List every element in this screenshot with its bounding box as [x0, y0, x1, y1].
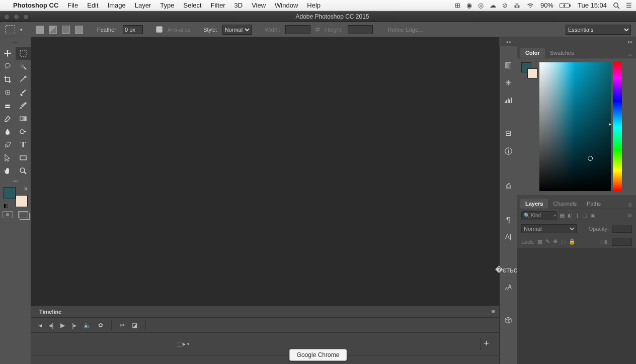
color-tab[interactable]: Color: [520, 48, 545, 58]
menu-filter[interactable]: Filter: [211, 2, 225, 9]
timeline-menu-icon[interactable]: ≡: [491, 308, 495, 315]
selection-new-icon[interactable]: [36, 26, 44, 34]
timeline-add-track-icon[interactable]: +: [480, 338, 492, 350]
paths-tab[interactable]: Paths: [582, 199, 606, 209]
menu-type[interactable]: Type: [160, 2, 174, 9]
timeline-settings-icon[interactable]: ✿: [98, 322, 103, 329]
menubar-clock[interactable]: Tue 15:04: [578, 2, 607, 9]
bluetooth-icon[interactable]: ⁂: [514, 2, 520, 9]
pen-tool[interactable]: [0, 138, 16, 151]
character-icon[interactable]: A|: [505, 233, 511, 240]
filter-shape-icon[interactable]: ▢: [582, 212, 587, 219]
color-field[interactable]: [539, 62, 611, 191]
path-select-tool[interactable]: [0, 151, 16, 164]
properties-icon[interactable]: ⊟: [505, 129, 512, 138]
hand-tool[interactable]: [0, 164, 16, 177]
timeline-fps-button[interactable]: ⬚▸▾: [177, 340, 189, 347]
filter-type-icon[interactable]: T: [576, 213, 579, 219]
menu-select[interactable]: Select: [183, 2, 201, 9]
marquee-tool[interactable]: [16, 47, 31, 60]
color-panel-menu-icon[interactable]: ≡: [628, 50, 636, 58]
menu-layer[interactable]: Layer: [135, 2, 151, 9]
clock-icon[interactable]: ⊘: [502, 2, 508, 9]
channels-tab[interactable]: Channels: [548, 199, 581, 209]
type-tool[interactable]: T: [16, 138, 31, 151]
filter-adjust-icon[interactable]: ◐: [568, 212, 573, 219]
layers-panel-menu-icon[interactable]: ≡: [628, 201, 636, 209]
menu-help[interactable]: Help: [307, 2, 321, 9]
filter-pixel-icon[interactable]: ▦: [560, 212, 565, 219]
minimize-button[interactable]: [14, 14, 19, 20]
info-icon[interactable]: ⓘ: [505, 147, 512, 156]
blend-mode-select[interactable]: Normal: [521, 224, 577, 233]
eyedropper-tool[interactable]: [16, 73, 31, 86]
paragraph-icon[interactable]: ¶: [506, 215, 510, 224]
tool-preset-dropdown-icon[interactable]: ▾: [20, 27, 23, 32]
menu-file[interactable]: File: [67, 2, 78, 9]
filter-toggle-icon[interactable]: ⊘: [627, 212, 632, 219]
notification-center-icon[interactable]: ☰: [626, 2, 632, 9]
eraser-tool[interactable]: [0, 112, 16, 125]
swap-colors-icon[interactable]: ⤭: [24, 186, 28, 192]
healing-tool[interactable]: [0, 86, 16, 99]
quickmask-icon[interactable]: [3, 211, 13, 218]
foreground-swatch[interactable]: [4, 187, 16, 199]
spotlight-icon[interactable]: [613, 2, 620, 9]
history-brush-tool[interactable]: [16, 99, 31, 112]
opacity-input[interactable]: [612, 225, 632, 233]
active-tool-icon[interactable]: [5, 25, 15, 34]
zoom-tool[interactable]: [16, 164, 31, 177]
maximize-button[interactable]: [23, 14, 29, 20]
feather-input[interactable]: [123, 25, 143, 34]
timeline-next-frame-icon[interactable]: |▸: [72, 322, 76, 329]
3d-icon[interactable]: [504, 316, 512, 324]
selection-subtract-icon[interactable]: [62, 26, 70, 34]
app-menu[interactable]: Photoshop CC: [13, 2, 58, 9]
fill-input[interactable]: [612, 238, 632, 246]
layers-tab[interactable]: Layers: [520, 199, 548, 209]
timeline-transition-icon[interactable]: ◪: [132, 322, 137, 329]
lock-position-icon[interactable]: ✥: [553, 238, 558, 245]
filter-smart-icon[interactable]: ▣: [590, 212, 595, 219]
menu-3d[interactable]: 3D: [234, 2, 243, 9]
toolbox-grip-icon[interactable]: ••: [0, 40, 31, 47]
panels-collapse-icon[interactable]: ▸▸: [517, 37, 636, 46]
selection-add-icon[interactable]: [49, 26, 57, 34]
default-colors-icon[interactable]: ◧: [4, 203, 8, 208]
background-swatch[interactable]: [16, 195, 28, 207]
color-panel-bg-swatch[interactable]: [527, 68, 537, 78]
move-tool[interactable]: [0, 47, 16, 60]
gradient-tool[interactable]: [16, 112, 31, 125]
cloud-icon[interactable]: ☁: [490, 2, 496, 9]
wifi-icon[interactable]: [526, 3, 534, 9]
layer-filter-kind[interactable]: 🔍 Kind ▾: [521, 211, 556, 220]
color-swatches[interactable]: ⤭ ◧: [4, 187, 28, 207]
menu-edit[interactable]: Edit: [87, 2, 98, 9]
menubar-extra-icon[interactable]: ⊞: [455, 2, 460, 9]
swatches-tab[interactable]: Swatches: [545, 48, 579, 58]
menu-window[interactable]: Window: [275, 2, 298, 9]
toolbox-more-icon[interactable]: •••: [0, 178, 31, 184]
adjustments-icon[interactable]: [504, 97, 512, 104]
histogram-icon[interactable]: ▥: [505, 60, 512, 69]
close-button[interactable]: [4, 14, 10, 20]
timeline-split-icon[interactable]: ✂: [120, 322, 125, 329]
quick-select-tool[interactable]: [16, 60, 31, 73]
lock-all-icon[interactable]: 🔒: [569, 238, 576, 245]
timeline-first-frame-icon[interactable]: |◂: [37, 322, 42, 329]
libraries-icon[interactable]: ⎙: [506, 181, 511, 190]
timeline-prev-frame-icon[interactable]: ◂|: [49, 322, 53, 329]
workspace-select[interactable]: Essentials: [566, 25, 631, 35]
character-styles-icon[interactable]: AA: [505, 284, 511, 291]
lock-artboard-icon[interactable]: ⬚: [561, 238, 566, 245]
menu-image[interactable]: Image: [108, 2, 126, 9]
panel-collapse-icon[interactable]: ◂◂: [499, 37, 517, 46]
timeline-play-icon[interactable]: ▶: [60, 322, 65, 329]
style-select[interactable]: Normal: [222, 25, 252, 35]
selection-intersect-icon[interactable]: [75, 26, 83, 34]
navigator-icon[interactable]: ✳: [505, 78, 512, 87]
lasso-tool[interactable]: [0, 60, 16, 73]
screenmode-icon[interactable]: [18, 211, 28, 218]
clone-stamp-tool[interactable]: [0, 99, 16, 112]
timeline-audio-icon[interactable]: 🔈: [84, 322, 91, 329]
